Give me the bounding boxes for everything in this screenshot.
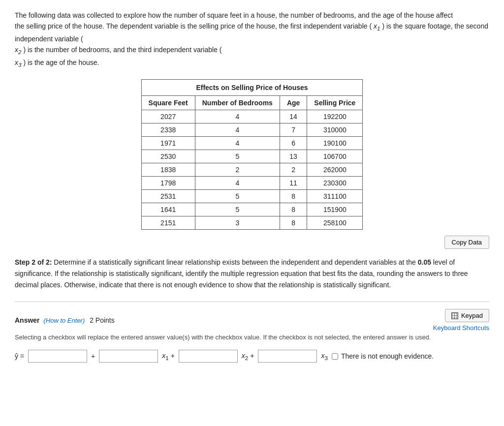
- answer-label: Answer (How to Enter) 2 Points: [15, 316, 115, 324]
- table-cell: 190100: [307, 137, 363, 150]
- table-row: 253158311100: [141, 190, 363, 203]
- answer-row: Answer (How to Enter) 2 Points Keypad Ke…: [15, 309, 489, 332]
- plus-sign-1: +: [91, 352, 95, 360]
- no-evidence-checkbox-area: There is not enough evidence.: [332, 352, 434, 360]
- table-cell: 4: [195, 110, 280, 123]
- keypad-button[interactable]: Keypad: [445, 309, 489, 322]
- table-cell: 151900: [307, 203, 363, 216]
- intro-line2: the selling price of the house. The depe…: [15, 22, 372, 30]
- table-cell: 5: [195, 150, 280, 163]
- table-row: 215138258100: [141, 216, 363, 230]
- table-row: 1798411230300: [141, 177, 363, 190]
- table-cell: 14: [280, 110, 307, 123]
- table-cell: 310000: [307, 123, 363, 137]
- var1: x1: [374, 22, 380, 30]
- table-cell: 5: [195, 203, 280, 216]
- col-header-bedrooms: Number of Bedrooms: [195, 96, 280, 110]
- table-cell: 106700: [307, 150, 363, 163]
- grid-icon: [451, 312, 458, 319]
- table-caption: Effects on Selling Price of Houses: [141, 79, 363, 95]
- equation-input-4[interactable]: [258, 350, 317, 363]
- keyboard-shortcuts-link[interactable]: Keyboard Shortcuts: [433, 324, 489, 332]
- points-label: 2 Points: [90, 316, 115, 324]
- table-row: 2530513106700: [141, 150, 363, 163]
- table-cell: 2338: [141, 123, 195, 137]
- step-label: Step 2 of 2:: [15, 258, 52, 266]
- table-row: 233847310000: [141, 123, 363, 137]
- table-cell: 4: [195, 137, 280, 150]
- step-text1: Determine if a statistically significant…: [54, 258, 415, 266]
- answer-bold: Answer: [15, 316, 40, 324]
- significance-level: 0.05: [418, 258, 431, 266]
- table-cell: 258100: [307, 216, 363, 230]
- step-description: Step 2 of 2: Determine if a statisticall…: [15, 257, 489, 291]
- equation-input-3[interactable]: [179, 350, 238, 363]
- table-row: 197146190100: [141, 137, 363, 150]
- copy-data-row: Copy Data: [15, 236, 489, 249]
- data-table-container: Effects on Selling Price of Houses Squar…: [15, 79, 489, 230]
- table-cell: 1838: [141, 163, 195, 177]
- table-cell: 7: [280, 123, 307, 137]
- equation-input-1[interactable]: [28, 350, 87, 363]
- data-table: Effects on Selling Price of Houses Squar…: [141, 79, 363, 230]
- col-header-sqft: Square Feet: [141, 96, 195, 110]
- table-cell: 192200: [307, 110, 363, 123]
- no-evidence-label: There is not enough evidence.: [341, 352, 434, 360]
- table-cell: 2027: [141, 110, 195, 123]
- col-header-price: Selling Price: [307, 96, 363, 110]
- checkbox-note: Selecting a checkbox will replace the en…: [15, 334, 489, 341]
- table-header-row: Square Feet Number of Bedrooms Age Selli…: [141, 96, 363, 110]
- table-row: 2027414192200: [141, 110, 363, 123]
- intro-line1: The following data was collected to expl…: [15, 11, 453, 19]
- table-cell: 8: [280, 190, 307, 203]
- intro-paragraph: The following data was collected to expl…: [15, 10, 489, 69]
- table-cell: 3: [195, 216, 280, 230]
- intro-line5: ) is the age of the house.: [23, 59, 99, 66]
- how-to-enter-link[interactable]: (How to Enter): [43, 317, 85, 324]
- x3-label: x3: [321, 352, 327, 361]
- var3: x3: [15, 59, 21, 66]
- x1-label: x1 +: [162, 352, 175, 361]
- no-evidence-checkbox[interactable]: [332, 353, 338, 360]
- copy-data-button[interactable]: Copy Data: [444, 236, 489, 249]
- table-row: 164158151900: [141, 203, 363, 216]
- table-cell: 2: [195, 163, 280, 177]
- table-cell: 1798: [141, 177, 195, 190]
- equation-input-2[interactable]: [99, 350, 158, 363]
- divider: [15, 302, 489, 302]
- table-cell: 2531: [141, 190, 195, 203]
- table-cell: 11: [280, 177, 307, 190]
- answer-label-group: Answer (How to Enter) 2 Points: [15, 316, 115, 324]
- table-cell: 2: [280, 163, 307, 177]
- table-cell: 262000: [307, 163, 363, 177]
- table-cell: 4: [195, 177, 280, 190]
- table-cell: 311100: [307, 190, 363, 203]
- table-cell: 8: [280, 216, 307, 230]
- var2: x2: [15, 46, 21, 54]
- intro-line4: ) is the number of bedrooms, and the thi…: [23, 46, 221, 54]
- table-cell: 6: [280, 137, 307, 150]
- table-cell: 230300: [307, 177, 363, 190]
- table-cell: 8: [280, 203, 307, 216]
- table-cell: 2530: [141, 150, 195, 163]
- table-cell: 1641: [141, 203, 195, 216]
- table-cell: 5: [195, 190, 280, 203]
- equation-row: ŷ = + x1 + x2 + x3 There is not enough e…: [15, 350, 489, 363]
- x2-label: x2 +: [242, 352, 254, 361]
- table-cell: 4: [195, 123, 280, 137]
- table-cell: 1971: [141, 137, 195, 150]
- keypad-section: Keypad Keyboard Shortcuts: [433, 309, 489, 332]
- table-cell: 2151: [141, 216, 195, 230]
- y-hat-label: ŷ =: [15, 352, 24, 360]
- table-cell: 13: [280, 150, 307, 163]
- col-header-age: Age: [280, 96, 307, 110]
- table-row: 183822262000: [141, 163, 363, 177]
- keypad-label: Keypad: [461, 312, 483, 319]
